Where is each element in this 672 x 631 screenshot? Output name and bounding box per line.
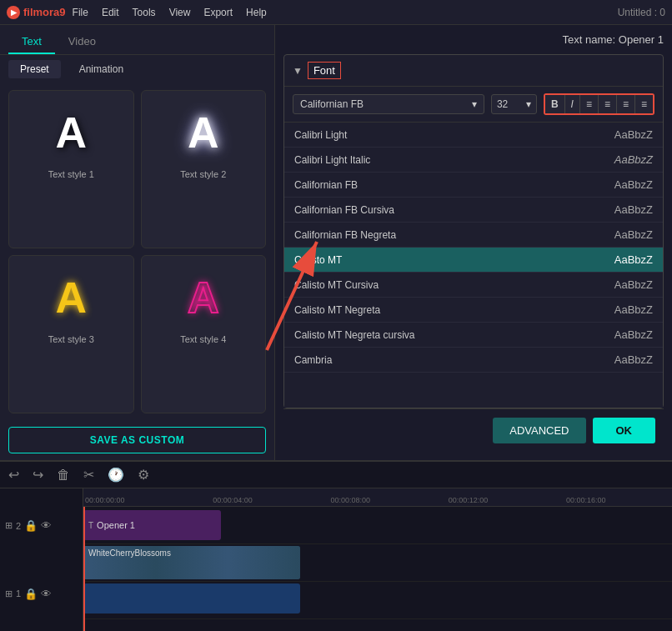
main-tab-bar: Text Video [0, 25, 274, 55]
track-1: WhiteCherryBlossoms [83, 544, 672, 582]
clip-blue1[interactable] [83, 583, 300, 613]
menu-export[interactable]: Export [203, 7, 233, 18]
ruler-mark-12: 00:00:12:00 [449, 496, 489, 504]
app-name: filmora9 [23, 6, 66, 18]
font-item-californian-fb[interactable]: Californian FB AaBbzZ [284, 173, 663, 198]
font-preview: AaBbzZ [614, 203, 653, 216]
style-card-3[interactable]: A Text style 3 [8, 255, 134, 413]
track-lock-icon2[interactable]: 🔒 [24, 588, 38, 600]
font-item-calibri-light-italic[interactable]: Calibri Light Italic AaBbzZ [284, 148, 663, 173]
ok-button[interactable]: OK [593, 418, 656, 443]
font-size-value: 32 [497, 98, 508, 110]
menu-file[interactable]: File [73, 7, 88, 18]
font-name: Cambria [294, 354, 332, 366]
font-item-californian-fb-negreta[interactable]: Californian FB Negreta AaBbzZ [284, 223, 663, 248]
font-name: Calisto MT Negreta cursiva [294, 329, 415, 341]
menu-tools[interactable]: Tools [133, 7, 156, 18]
track-control-1: ⊞ 1 🔒 👁 [5, 586, 78, 602]
bold-button[interactable]: B [545, 95, 565, 113]
collapse-arrow-icon[interactable]: ▼ [293, 65, 303, 77]
track-control-2: ⊞ 2 🔒 👁 [5, 518, 78, 533]
app-logo: ▶ filmora9 [7, 6, 66, 19]
align-right-button[interactable]: ≡ [617, 95, 635, 113]
timeline-area: ↩ ↪ 🗑 ✂ 🕐 ⚙ ⊞ 2 🔒 👁 ⊞ 1 🔒 👁 [0, 460, 672, 631]
delete-icon[interactable]: 🗑 [57, 468, 70, 483]
menu-bar: File Edit Tools View Export Help [73, 7, 267, 18]
sub-tab-animation[interactable]: Animation [68, 60, 135, 78]
track-grid-icon: ⊞ [5, 520, 13, 531]
menu-view[interactable]: View [169, 7, 191, 18]
style-card-1[interactable]: A Text style 1 [8, 90, 134, 248]
advanced-button[interactable]: ADVANCED [493, 418, 585, 443]
style-card-2[interactable]: A Text style 2 [141, 90, 267, 248]
text-name-bar: Text name: Opener 1 [283, 33, 664, 46]
playhead [83, 507, 85, 631]
sub-tab-preset[interactable]: Preset [8, 60, 61, 78]
font-size-select[interactable]: 32 ▾ [491, 94, 537, 114]
menu-help[interactable]: Help [246, 7, 267, 18]
font-name: Calisto MT [294, 254, 342, 266]
style-preview-1: A [33, 99, 108, 166]
style-preview-4: A [166, 264, 241, 331]
font-item-calisto-mt-negreta[interactable]: Calisto MT Negreta AaBbzZ [284, 298, 663, 323]
style-card-4[interactable]: A Text style 4 [141, 255, 267, 413]
style-preview-3: A [33, 264, 108, 331]
style-label-3: Text style 3 [48, 334, 94, 344]
font-header: ▼ Font [284, 55, 663, 87]
undo-icon[interactable]: ↩ [8, 467, 19, 483]
font-section: ▼ Font Californian FB ▾ 32 ▾ B I ≡ ≡ [283, 54, 664, 408]
font-name: Calibri Light [294, 129, 347, 141]
font-controls: Californian FB ▾ 32 ▾ B I ≡ ≡ ≡ ≡ [284, 87, 663, 123]
font-preview: AaBbzZ [614, 253, 653, 266]
track-eye-icon[interactable]: 👁 [41, 519, 52, 532]
clip-text-icon: T [88, 521, 93, 530]
ruler-mark-16: 00:00:16:00 [566, 496, 606, 504]
window-title: Untitled : 0 [618, 7, 665, 18]
font-dropdown-list[interactable]: Calibri Light AaBbzZ Calibri Light Itali… [284, 123, 663, 408]
font-name: Californian FB [294, 179, 358, 191]
font-preview: AaBbzZ [614, 328, 653, 341]
clip-opener1[interactable]: T Opener 1 [83, 510, 221, 540]
style-preview-2: A [166, 99, 241, 166]
timeline-ruler: 00:00:00:00 00:00:04:00 00:00:08:00 00:0… [83, 488, 672, 507]
ruler-mark-4: 00:00:04:00 [213, 496, 253, 504]
track-grid-icon2: ⊞ [5, 588, 13, 599]
save-as-custom-button[interactable]: SAVE AS CUSTOM [8, 427, 266, 453]
timeline-main: 00:00:00:00 00:00:04:00 00:00:08:00 00:0… [83, 488, 672, 631]
clip-opener-label: Opener 1 [97, 520, 135, 530]
tab-text[interactable]: Text [8, 30, 55, 54]
italic-button[interactable]: I [565, 95, 580, 113]
track-eye-icon2[interactable]: 👁 [41, 588, 52, 600]
font-item-calibri-light[interactable]: Calibri Light AaBbzZ [284, 123, 663, 148]
font-name: Californian FB Negreta [294, 229, 396, 241]
font-family-select[interactable]: Californian FB ▾ [293, 94, 484, 114]
format-buttons-group: B I ≡ ≡ ≡ ≡ [544, 93, 654, 115]
style-label-4: Text style 4 [180, 334, 226, 344]
font-item-calisto-mt[interactable]: Calisto MT AaBbzZ [284, 248, 663, 273]
align-justify-button[interactable]: ≡ [635, 95, 653, 113]
style-grid: A Text style 1 A Text style 2 A Text sty… [0, 83, 274, 420]
track-lock-icon[interactable]: 🔒 [24, 519, 38, 532]
track-num-2: 2 [16, 521, 21, 531]
clip-video-label: WhiteCherryBlossoms [88, 548, 171, 558]
ruler-mark-0: 00:00:00:00 [85, 496, 125, 504]
cut-icon[interactable]: ✂ [83, 467, 94, 483]
settings-icon[interactable]: ⚙ [138, 467, 149, 483]
font-name: Calisto MT Negreta [294, 304, 380, 316]
font-preview: AaBbzZ [614, 278, 653, 291]
font-item-californian-fb-cursiva[interactable]: Californian FB Cursiva AaBbzZ [284, 198, 663, 223]
font-item-cambria[interactable]: Cambria AaBbzZ [284, 348, 663, 373]
tab-video[interactable]: Video [55, 30, 109, 54]
redo-icon[interactable]: ↪ [33, 467, 43, 483]
timeline-tracks: T Opener 1 WhiteCherryBlossoms [83, 507, 672, 631]
font-name: Calisto MT Cursiva [294, 279, 379, 291]
menu-edit[interactable]: Edit [102, 7, 119, 18]
align-center-button[interactable]: ≡ [599, 95, 617, 113]
clip-video1[interactable]: WhiteCherryBlossoms [83, 546, 300, 579]
clock-icon[interactable]: 🕐 [108, 467, 124, 483]
align-left-button[interactable]: ≡ [580, 95, 599, 113]
font-item-calisto-mt-cursiva[interactable]: Calisto MT Cursiva AaBbzZ [284, 273, 663, 298]
font-item-calisto-mt-negreta-cursiva[interactable]: Calisto MT Negreta cursiva AaBbzZ [284, 323, 663, 348]
font-preview: AaBbzZ [614, 353, 653, 366]
font-preview: AaBbzZ [614, 178, 653, 191]
